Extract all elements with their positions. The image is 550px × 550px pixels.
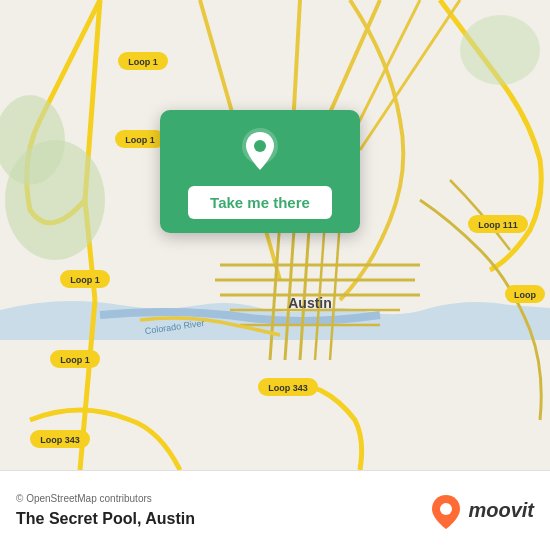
svg-text:Loop: Loop — [514, 290, 536, 300]
svg-point-41 — [440, 503, 452, 515]
svg-text:Loop 111: Loop 111 — [478, 220, 518, 230]
svg-text:Loop 1: Loop 1 — [125, 135, 155, 145]
bottom-bar: © OpenStreetMap contributors The Secret … — [0, 470, 550, 550]
svg-text:Loop 343: Loop 343 — [40, 435, 80, 445]
svg-point-38 — [460, 15, 540, 85]
location-name: The Secret Pool, Austin — [16, 510, 195, 528]
svg-text:Loop 1: Loop 1 — [70, 275, 100, 285]
map-roads: Loop 1 Loop 1 Loop 1 Loop 1 Loop 111 Loo… — [0, 0, 550, 470]
svg-text:Loop 1: Loop 1 — [60, 355, 90, 365]
map-container: Loop 1 Loop 1 Loop 1 Loop 1 Loop 111 Loo… — [0, 0, 550, 470]
moovit-logo: moovit — [428, 493, 534, 529]
svg-text:Loop 343: Loop 343 — [268, 383, 308, 393]
location-pin-icon — [238, 128, 282, 172]
moovit-pin-icon — [428, 493, 464, 529]
bottom-left-info: © OpenStreetMap contributors The Secret … — [16, 493, 195, 528]
attribution-text: © OpenStreetMap contributors — [16, 493, 195, 504]
svg-point-40 — [254, 140, 266, 152]
svg-text:Austin: Austin — [288, 295, 332, 311]
take-me-there-button[interactable]: Take me there — [188, 186, 332, 219]
svg-text:Loop 1: Loop 1 — [128, 57, 158, 67]
location-card: Take me there — [160, 110, 360, 233]
moovit-brand-name: moovit — [468, 499, 534, 522]
